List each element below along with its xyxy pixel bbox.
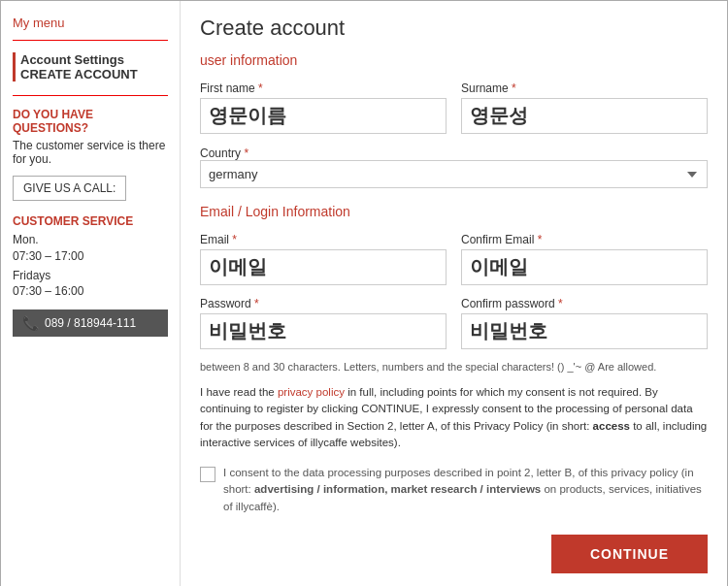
country-label: Country * bbox=[200, 146, 248, 160]
give-us-call-button[interactable]: GIVE US A CALL: bbox=[13, 176, 126, 201]
create-account-label: CREATE ACCOUNT bbox=[20, 67, 168, 81]
password-hint: between 8 and 30 characters. Letters, nu… bbox=[200, 361, 708, 373]
country-select[interactable]: germany austria switzerland bbox=[200, 160, 708, 188]
sidebar-account-settings[interactable]: Account Settings CREATE ACCOUNT bbox=[13, 52, 168, 81]
email-row: Email * Confirm Email * bbox=[200, 233, 708, 285]
name-row: First name * Surname * bbox=[200, 81, 708, 134]
first-name-label: First name * bbox=[200, 81, 447, 95]
password-input[interactable] bbox=[200, 313, 447, 349]
sidebar-questions: DO YOU HAVE QUESTIONS? bbox=[13, 108, 168, 135]
required-star-5: * bbox=[538, 233, 543, 246]
password-label: Password * bbox=[200, 297, 447, 310]
first-name-input[interactable] bbox=[200, 98, 447, 134]
surname-input[interactable] bbox=[461, 98, 708, 134]
sidebar-hours-mon: Mon. 07:30 – 17:00 bbox=[13, 232, 168, 265]
password-row: Password * Confirm password * bbox=[200, 297, 708, 349]
confirm-email-group: Confirm Email * bbox=[461, 233, 708, 285]
confirm-email-input[interactable] bbox=[461, 249, 708, 285]
required-star-6: * bbox=[254, 297, 259, 310]
phone-button[interactable]: 📞 089 / 818944-111 bbox=[13, 309, 168, 337]
privacy-text: I have read the privacy policy in full, … bbox=[200, 384, 708, 451]
customer-service-label: CUSTOMER SERVICE bbox=[13, 214, 168, 228]
section-user-info: user information bbox=[200, 52, 708, 68]
required-star: * bbox=[258, 81, 263, 95]
email-input[interactable] bbox=[200, 249, 447, 285]
confirm-password-input[interactable] bbox=[461, 313, 708, 349]
sidebar-questions-text: The customer service is there for you. bbox=[13, 139, 168, 166]
required-star-7: * bbox=[558, 297, 563, 310]
country-group: Country * germany austria switzerland bbox=[200, 146, 708, 188]
phone-icon: 📞 bbox=[22, 315, 39, 331]
account-settings-label: Account Settings bbox=[20, 52, 168, 67]
sidebar-my-menu[interactable]: My menu bbox=[13, 16, 168, 30]
surname-label: Surname * bbox=[461, 81, 708, 95]
privacy-policy-link[interactable]: privacy policy bbox=[278, 386, 345, 398]
consent-row: I consent to the data processing purpose… bbox=[200, 465, 708, 515]
phone-number: 089 / 818944-111 bbox=[45, 316, 136, 330]
page-title: Create account bbox=[200, 16, 708, 41]
password-group: Password * bbox=[200, 297, 447, 349]
confirm-password-group: Confirm password * bbox=[461, 297, 708, 349]
confirm-password-label: Confirm password * bbox=[461, 297, 708, 310]
required-star-3: * bbox=[244, 146, 248, 160]
required-star-4: * bbox=[232, 233, 237, 246]
sidebar: My menu Account Settings CREATE ACCOUNT … bbox=[1, 1, 181, 586]
confirm-email-label: Confirm Email * bbox=[461, 233, 708, 246]
sidebar-hours-fri: Fridays 07:30 – 16:00 bbox=[13, 268, 168, 301]
consent-checkbox[interactable] bbox=[200, 467, 215, 482]
email-group: Email * bbox=[200, 233, 447, 285]
section-email-login: Email / Login Information bbox=[200, 204, 708, 219]
email-label: Email * bbox=[200, 233, 447, 246]
main-content: Create account user information First na… bbox=[181, 1, 727, 586]
first-name-group: First name * bbox=[200, 81, 447, 134]
consent-text: I consent to the data processing purpose… bbox=[223, 465, 708, 515]
surname-group: Surname * bbox=[461, 81, 708, 134]
continue-button[interactable]: CONTINUE bbox=[551, 535, 708, 573]
bottom-row: CONTINUE bbox=[200, 535, 708, 573]
required-star-2: * bbox=[512, 81, 516, 95]
